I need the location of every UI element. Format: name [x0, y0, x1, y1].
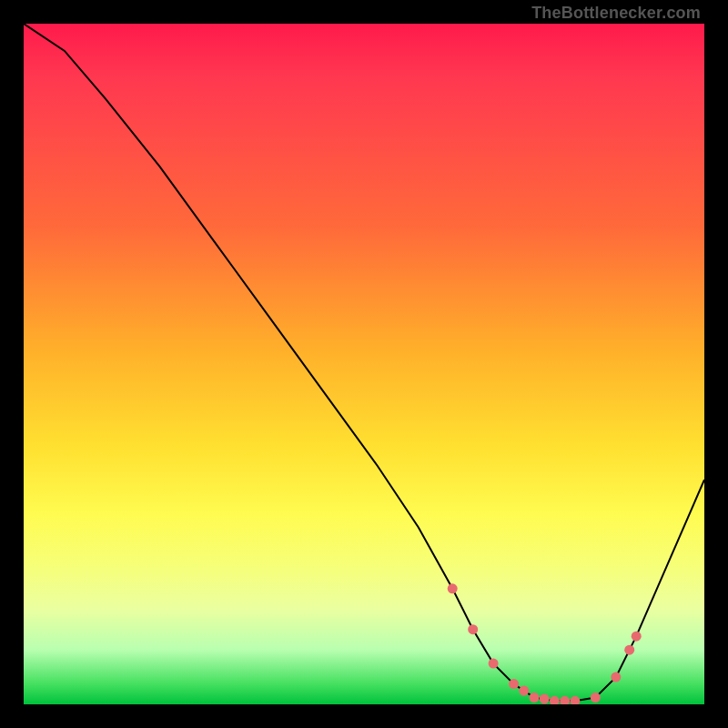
highlight-dot [550, 696, 560, 704]
highlight-dot [611, 672, 621, 682]
highlight-dot [570, 696, 580, 704]
highlight-dot [632, 632, 642, 642]
highlight-dot [540, 694, 550, 704]
highlight-dot [468, 624, 478, 634]
highlight-dot [489, 659, 499, 669]
highlight-dot [560, 696, 570, 704]
highlight-dot [448, 583, 458, 593]
highlight-dot [624, 645, 634, 655]
watermark-text: TheBottlenecker.com [531, 4, 701, 23]
highlight-dot [519, 686, 529, 696]
highlight-dot [530, 693, 540, 703]
highlight-dot [509, 679, 519, 689]
highlight-dot [591, 693, 601, 703]
